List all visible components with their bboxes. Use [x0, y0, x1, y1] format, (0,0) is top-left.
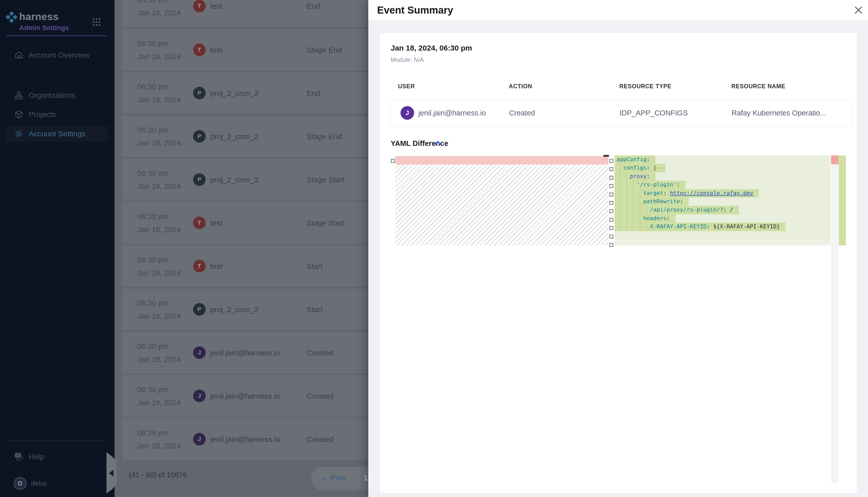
app-switcher-grid-icon[interactable] [93, 18, 101, 27]
sidebar-item-account-overview[interactable]: Account Overview [5, 47, 109, 63]
avatar: J [193, 433, 206, 445]
sidebar-item-projects[interactable]: Projects [5, 106, 109, 123]
diff-overview-delete-marker [831, 155, 839, 164]
drawer-body: Jan 18, 2024, 06:30 pm Module: N/A USER … [368, 20, 868, 497]
row-user-name: proj_2_cron_2 [210, 89, 259, 98]
drawer-header: Event Summary [368, 0, 868, 20]
target-url-link[interactable]: https://console.rafay.dev [670, 190, 753, 196]
hierarchy-icon [15, 91, 23, 100]
diff-overview-insert-bar [839, 155, 846, 245]
yaml-diff-viewer[interactable]: appConfig: configs: |- proxy: '/rs-plugi… [391, 155, 847, 483]
prev-page-button[interactable]: ← Prev [321, 473, 346, 482]
yaml-diff-line: appConfig: [615, 155, 830, 164]
diff-empty-hatch [395, 165, 608, 245]
diff-gutter-scroll-nub [603, 155, 609, 157]
diff-chunk-marker [391, 159, 395, 163]
app-logo-text: harness [19, 11, 59, 23]
avatar: P [193, 87, 206, 99]
diff-right-pane[interactable]: appConfig: configs: |- proxy: '/rs-plugi… [615, 155, 830, 239]
yaml-code-text: X-RAFAY-API-KEYID: ${X-RAFAY-API-KEYID} [617, 223, 780, 230]
row-user-name: jenil.jain@harness.io [210, 349, 280, 357]
close-icon[interactable] [853, 4, 864, 16]
row-action: Created [307, 435, 333, 444]
sidebar: harness Admin Settings Account OverviewO… [0, 0, 114, 497]
diff-chunk-marker [609, 218, 613, 222]
diff-chunk-marker [609, 243, 613, 247]
row-user-name: proj_2_cron_2 [210, 306, 259, 314]
row-date: Jan 18, 2024 [137, 312, 181, 321]
avatar: D [14, 477, 26, 490]
row-user-name: proj_2_cron_2 [210, 132, 259, 141]
row-date: Jan 18, 2024 [137, 9, 181, 17]
row-action: Stage Start [307, 175, 344, 184]
row-time: 06:30 pm [137, 39, 169, 48]
sidebar-item-organizations[interactable]: Organizations [5, 87, 109, 103]
diff-chunk-marker [609, 209, 613, 213]
row-action: Start [307, 306, 322, 314]
event-datetime: Jan 18, 2024, 06:30 pm [391, 44, 472, 52]
avatar: J [193, 346, 206, 359]
harness-logo-icon [6, 12, 17, 23]
row-date: Jan 18, 2024 [137, 96, 181, 104]
yaml-code-text: /api/proxy/rs-plugin/?: / [617, 207, 733, 213]
row-user-name: test [210, 2, 222, 11]
diff-scrollbar-track[interactable] [831, 155, 839, 483]
row-date: Jan 18, 2024 [137, 398, 181, 407]
event-module: Module: N/A [391, 56, 424, 63]
diff-chunk-marker [609, 235, 613, 239]
row-time: 06:29 pm [137, 429, 169, 437]
pagination-range: (41 - 60) of 10876 [129, 471, 187, 479]
sidebar-divider [6, 35, 107, 36]
yaml-code-text: target: https://console.rafay.dev [617, 190, 753, 196]
row-date: Jan 18, 2024 [137, 269, 181, 277]
sidebar-item-label: Projects [29, 110, 56, 119]
diff-left-pane [395, 155, 608, 245]
module-subtitle: Admin Settings [19, 24, 69, 32]
row-action: End [307, 89, 320, 98]
row-date: Jan 18, 2024 [137, 182, 181, 191]
avatar: P [193, 173, 206, 186]
diff-chunk-marker [609, 201, 613, 205]
sidebar-item-help[interactable]: ? Help [5, 449, 109, 465]
pagination-control: ← Prev 1 [312, 467, 377, 490]
row-user-name: jenil.jain@harness.io [210, 435, 280, 444]
help-label: Help [29, 453, 44, 461]
yaml-diff-line: target: https://console.rafay.dev [615, 189, 830, 197]
avatar: P [193, 303, 206, 316]
avatar: J [193, 389, 206, 402]
event-resource-name: Rafay Kubernetes Operatio... [732, 109, 826, 117]
row-action: Stage End [307, 46, 342, 54]
row-date: Jan 18, 2024 [137, 139, 181, 147]
help-chat-icon: ? [15, 453, 23, 461]
diff-chunk-marker [609, 159, 613, 163]
event-card: Jan 18, 2024, 06:30 pm Module: N/A USER … [380, 32, 857, 494]
diff-chunk-marker [609, 184, 613, 188]
col-header-action: ACTION [509, 83, 532, 90]
chevron-up-icon[interactable] [434, 140, 442, 146]
yaml-diff-line: proxy: [615, 172, 830, 181]
col-header-user: USER [398, 83, 415, 90]
yaml-diff-line: pathRewrite: [615, 197, 830, 206]
cube-icon [15, 110, 23, 119]
row-action: Created [307, 392, 333, 400]
yaml-code-text: appConfig: [617, 156, 650, 162]
drawer-title: Event Summary [377, 4, 453, 16]
col-header-resource-name: RESOURCE NAME [731, 83, 785, 90]
sidebar-item-account-settings[interactable]: Account Settings [5, 126, 109, 142]
svg-text:?: ? [17, 454, 19, 457]
row-time: 06:30 pm [137, 169, 169, 178]
yaml-diff-line: '/rs-plugin': [615, 181, 830, 189]
sidebar-item-label: Account Settings [29, 129, 85, 138]
page-number-button[interactable]: 1 [363, 473, 368, 482]
diff-chunk-marker [609, 193, 613, 196]
row-time: 06:30 pm [137, 385, 169, 394]
row-action: Stage Start [307, 219, 344, 227]
yaml-diff-line: headers: [615, 214, 830, 223]
yaml-diff-line: configs: |- [615, 164, 830, 172]
avatar: J [400, 106, 414, 120]
user-profile-chip[interactable]: D deba [5, 474, 109, 493]
sidebar-item-label: Account Overview [29, 51, 89, 59]
row-time: 06:30 pm [137, 342, 169, 351]
gear-icon [15, 129, 23, 138]
row-action: Created [307, 349, 333, 357]
